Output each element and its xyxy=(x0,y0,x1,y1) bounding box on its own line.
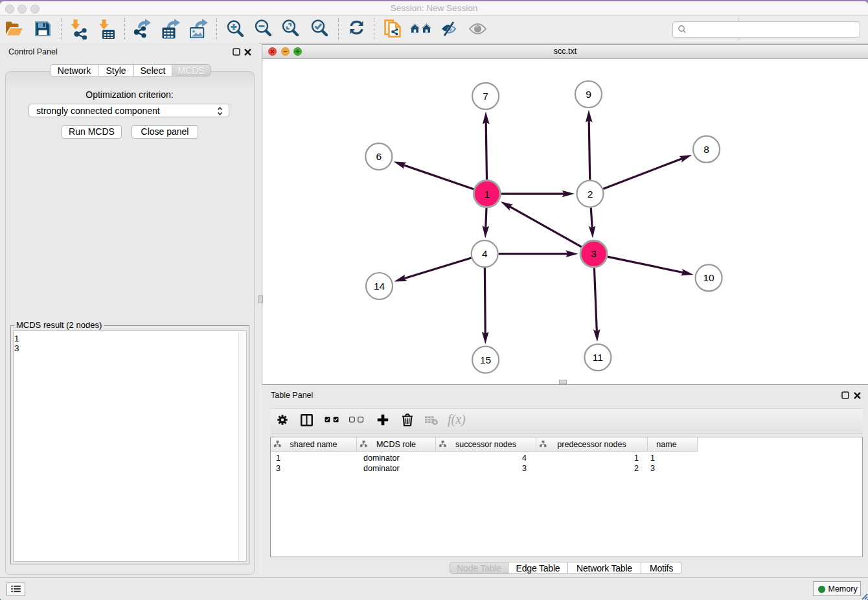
svg-text:14: 14 xyxy=(374,281,385,292)
svg-text:6: 6 xyxy=(376,151,382,162)
svg-text:10: 10 xyxy=(703,272,714,283)
svg-text:1: 1 xyxy=(484,189,490,200)
svg-text:4: 4 xyxy=(482,248,488,259)
svg-text:9: 9 xyxy=(586,89,591,100)
svg-text:11: 11 xyxy=(593,352,603,363)
svg-text:15: 15 xyxy=(480,354,491,365)
svg-text:2: 2 xyxy=(588,189,593,200)
svg-text:7: 7 xyxy=(483,91,488,102)
svg-text:3: 3 xyxy=(591,248,597,259)
svg-text:8: 8 xyxy=(703,144,709,155)
